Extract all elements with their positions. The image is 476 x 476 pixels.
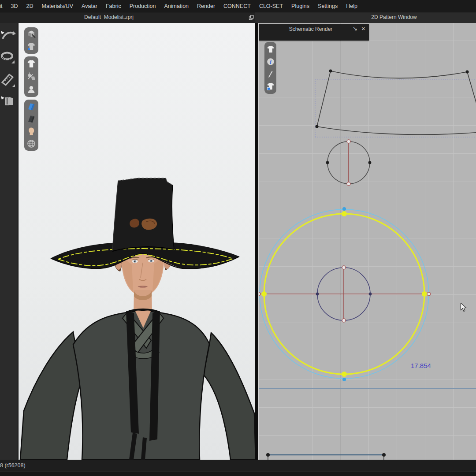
clo3d-app-window: Edit 3D 2D Materials/UV Avatar Fabric Pr… [0, 0, 476, 476]
collapse-arrow-icon[interactable]: ↘ [353, 25, 357, 32]
show-garment-shirt-icon[interactable] [26, 59, 37, 69]
toolbar-3d-group-top [24, 27, 38, 54]
project-title: Default_Modelist.zprj [84, 14, 134, 20]
menu-bar: Edit 3D 2D Materials/UV Avatar Fabric Pr… [0, 0, 476, 12]
info-icon[interactable]: i [266, 57, 275, 67]
pen-tool-icon[interactable] [266, 69, 275, 79]
show-3d-pattern-icon[interactable] [266, 82, 275, 91]
avatar-tools-rail [0, 23, 18, 460]
version-text: 88 (r56208) [0, 462, 26, 469]
menu-help[interactable]: Help [346, 3, 357, 9]
pattern-piece-strap-edge[interactable] [266, 453, 386, 460]
toolbar-3d-group-bottom [24, 100, 38, 151]
main-area: Schematic Render ↘ × i [0, 23, 476, 460]
menu-2d[interactable]: 2D [26, 3, 33, 9]
pattern-window-title-bar: 2D Pattern Window [255, 12, 476, 23]
pattern-window-title: 2D Pattern Window [371, 14, 416, 20]
show-2d-garment-icon[interactable] [266, 45, 275, 54]
globe-grid-icon[interactable] [26, 138, 37, 149]
measurement-value: 17.854 [411, 362, 431, 369]
status-bar: 88 (r56208) [0, 460, 476, 476]
menu-production[interactable]: Production [130, 3, 156, 9]
menu-edit[interactable]: Edit [0, 3, 3, 9]
window-divider[interactable] [255, 23, 258, 460]
mouse-cursor [460, 303, 467, 312]
pattern-placement-tool-icon[interactable] [0, 93, 18, 111]
pinned-garment-icon[interactable] [26, 41, 37, 52]
tape-measure-tool-icon[interactable] [0, 48, 18, 67]
toolbar-3d-group-middle [24, 56, 38, 97]
avatar-bust-icon[interactable] [26, 84, 37, 95]
menu-materials-uv[interactable]: Materials/UV [42, 3, 74, 9]
selection-bounding-box [315, 80, 476, 137]
svg-text:i: i [270, 59, 271, 65]
status-bar-lower [0, 472, 476, 476]
menu-render[interactable]: Render [197, 3, 215, 9]
pattern-piece-brim-circle[interactable] [259, 207, 431, 381]
menu-clo-set[interactable]: CLO-SET [259, 3, 283, 9]
menu-settings[interactable]: Settings [318, 3, 338, 9]
schematic-render-title: Schematic Render [289, 26, 333, 32]
viewport-3d-title-bar: Default_Modelist.zprj [0, 12, 255, 23]
menu-plugins[interactable]: Plugins [291, 3, 309, 9]
menu-3d[interactable]: 3D [11, 3, 18, 9]
avatar-3d[interactable] [19, 23, 255, 460]
menu-fabric[interactable]: Fabric [106, 3, 121, 9]
sewing-tools-icon[interactable] [26, 71, 37, 82]
viewport-3d[interactable] [18, 23, 255, 460]
undock-icon[interactable] [248, 15, 254, 21]
avatar-head-icon[interactable] [26, 126, 37, 137]
pattern-canvas [259, 23, 476, 460]
ruler-tool-icon[interactable] [0, 71, 18, 89]
fabric-texture-on-icon[interactable] [26, 101, 37, 112]
show-3d-garment-cube-icon[interactable] [26, 29, 37, 40]
toolbar-2d: i [264, 42, 276, 94]
close-icon[interactable]: × [361, 25, 365, 32]
menu-connect[interactable]: CONNECT [223, 3, 251, 9]
schematic-render-panel: Schematic Render ↘ × [259, 24, 369, 41]
fabric-texture-off-icon[interactable] [26, 114, 37, 124]
window-title-row: Default_Modelist.zprj 2D Pattern Window [0, 12, 476, 23]
pattern-piece-small-circle[interactable] [326, 140, 372, 186]
viewport-2d-pattern[interactable]: Schematic Render ↘ × i [258, 23, 476, 460]
pattern-piece-band[interactable] [315, 69, 476, 134]
measure-curve-tool-icon[interactable] [0, 26, 18, 45]
menu-avatar[interactable]: Avatar [82, 3, 97, 9]
menu-animation[interactable]: Animation [164, 3, 189, 9]
